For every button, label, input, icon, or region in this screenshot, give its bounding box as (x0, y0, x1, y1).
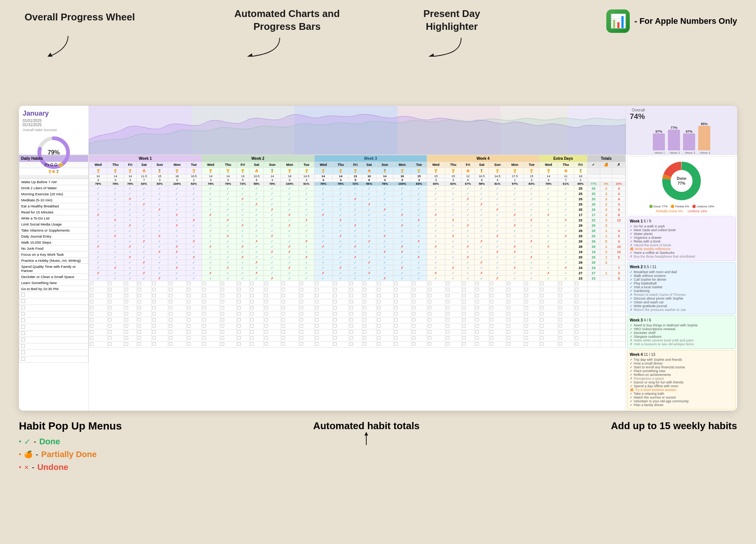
habit-row-15: ✓✓✓✗✓✓✓✓✓✓✗✓✓✓✓✓✓✗✓✓✓✓✓✓✗✓✓✓✓✓29292 (89, 260, 626, 265)
week1-tasks: Week 1 6 / 9 ✓ Go for a walk in park ✓ M… (627, 216, 736, 261)
habit-9: Take Vitamins or Supplements (19, 227, 88, 233)
wave-svg (89, 106, 626, 155)
left-panel: January 01/01/2025 01/31/2025 Overall Ha… (19, 106, 89, 411)
habit-15: Spend Quality Time with Family or Partne… (19, 264, 88, 274)
bottom-annotations: Habit Pop Up Menus • ✓ - Done • 🍊 - Part… (8, 411, 748, 485)
svg-marker-15 (364, 432, 368, 436)
svg-text:Done: Done (677, 176, 686, 181)
date-end: 01/31/2025 (23, 123, 85, 127)
success-text: Overall Habit Success! (23, 128, 85, 132)
partial-legend-symbol: • (19, 451, 21, 459)
apple-badge: 📊 - For Apple Numbers Only (606, 9, 737, 33)
habit-popups-section: Habit Pop Up Menus • ✓ - Done • 🍊 - Part… (19, 420, 122, 475)
habit-11: Walk 10,000 Steps (19, 240, 88, 246)
week3-tasks: Week 3 4 / 6 ✓ Need to buy things in Wal… (627, 315, 736, 349)
overall-progress-label: Overall Progress Wheel (25, 11, 135, 23)
habit-row-5: ✓✓✓✓✗✓✓✓✓✓✓✗✓✓✓✓✓✓✗✓✓✓✓✓✓✗✓✓✓✓252534 (89, 207, 626, 212)
weekly-habits-label: Add up to 15 weekly habits (611, 420, 737, 432)
automated-totals-label: Automated habit totals (313, 420, 420, 447)
habit-8: Limit Social Media Usage (19, 221, 88, 227)
habit-2: Drink 2 Liters of Water (19, 185, 88, 191)
empty-habit-row (89, 323, 626, 329)
highlighter-label: Present DayHighlighter (423, 8, 480, 33)
overall-pct: 74% (630, 112, 645, 121)
habit-row-16: ✓✗✓✓✓✗✓✓✗✓✓✓✗✓✓✗✓✓✓✗✓✓✗✓✓✓✗✓✓✗24247 (89, 265, 626, 270)
svg-text:77%: 77% (678, 181, 685, 185)
week3-header: Week 3 (314, 155, 427, 162)
habit-popups-title: Habit Pop Up Menus (19, 420, 122, 432)
undone-legend-symbol: • (19, 464, 21, 471)
empty-habit-row (89, 317, 626, 323)
habit-12: No Junk Food (19, 246, 88, 252)
month-title: January (23, 110, 85, 117)
empty-habit-row (89, 311, 626, 317)
apple-icon: 📊 (606, 9, 630, 33)
habit-3: Morning Exercise (20 min) (19, 191, 88, 197)
habit-row-8: ✓✓✗✓✓✗✓✓✓✗✓✓✗✓✓✓✗✓✓✗✓✓✓✗✓✓✗✓✓✓29292 (89, 223, 626, 228)
habit-13: Focus on a Key Work Task (19, 252, 88, 258)
undone-legend-label: Undone (37, 462, 68, 472)
sheet-wrapper: January 01/01/2025 01/31/2025 Overall Ha… (19, 106, 737, 411)
week2-header: Week 2 (201, 155, 314, 162)
habit-14: Practice a Hobby (Music, Art, Writing) (19, 258, 88, 264)
week1-header: Week 1 (89, 155, 202, 162)
empty-habit-row (89, 342, 626, 348)
habit-data-table: Week 1 Week 2 Week 3 Week 4 Extra Days T… (89, 155, 626, 348)
habit-row-6: ✗✓✓✓✓✗✓✗✓✓✓✓✗✓✗✓✓✓✓✗✓✗✓✓✓✓✗✓✗✓171728 (89, 212, 626, 218)
empty-habit-row (89, 281, 626, 287)
habit-5: Eat a Healthy Breakfast (19, 203, 88, 209)
main-content: Week 1 Week 2 Week 3 Week 4 Extra Days T… (89, 106, 626, 411)
habit-row-17: ✗✓✓✗✓✓✓✗✓✓✗✓✓✓✗✓✓✗✓✓✓✗✓✓✗✓✓✓✗✓272713 (89, 270, 626, 276)
week4-tasks: Week 4 11 / 13 ✓ Trip day with Sophie an… (627, 350, 736, 410)
totals-header: Totals (587, 155, 625, 162)
extra-header: Extra Days (539, 155, 587, 162)
apple-text: - For Apple Numbers Only (634, 16, 737, 26)
habit-row-11: ✓✓✓✗✓✓✗✓✓✓✗✓✓✗✓✓✓✗✓✓✗✓✓✓✗✓✓✗✓✓262654 (89, 239, 626, 244)
empty-habit-row (89, 299, 626, 305)
habit-row-3: ✓✓✗✓✓✓✓✓✓✗✓✓✓✓✓✓✗✓✓✓✓✓✓✗✓✓✓✓✓✓252534 (89, 196, 626, 202)
empty-habit-row (89, 287, 626, 293)
habit-10: Daily Journal Entry (19, 233, 88, 240)
habit-1: Wake Up Before 7 AM (19, 179, 88, 185)
habit-row-9: ✓✓✓✓✓✓✓✓✓✓✓✓✓✓✓✓✓✓✓✓✓✓✓✓✓✓✓✓✓✓262614 (89, 228, 626, 233)
habit-17: Learn Something New (19, 280, 88, 286)
habit-row-1: ✓✓✓✓✓✓✓✓✓✓✓✓✓✓✓✓✓✓✓✓✓✓✓✓✓✓✓✓✓✓252524 (89, 186, 626, 191)
donut-chart-svg: Done 77% (659, 158, 704, 204)
charts-bars-label: Automated Charts andProgress Bars (234, 8, 340, 33)
week4-header: Week 4 (427, 155, 539, 162)
empty-habit-row (89, 293, 626, 299)
done-legend-label: Done (39, 437, 60, 447)
right-panel: Overall 74% 67% - Week 1 77% - Week 2 (626, 106, 737, 411)
wave-chart-area (89, 106, 626, 155)
page-container: Overall Progress Wheel Automated Charts … (0, 0, 756, 544)
empty-habit-row (89, 335, 626, 342)
date-start: 01/01/2025 (23, 119, 85, 123)
week2-tasks: Week 2 8.5 / 11 ✓ Breakfast with mom and… (627, 262, 736, 314)
habit-4: Meditate (5-10 min) (19, 197, 88, 203)
habit-row-13: ✓✓✓✓✗✗✓✓✓✓✓✗✗✓✓✓✓✓✗✗✓✓✓✓✓✗✗✓✓✓1919210 (89, 249, 626, 255)
habit-row-12: ✗✓✗✓✓✗✓✗✓✗✓✓✗✓✗✓✗✓✓✗✓✗✓✗✓✓✗✓✗✓2828110 (89, 244, 626, 249)
habit-row-4: ✓✓✓✗✓✓✓✓✓✓✗✓✓✓✓✓✓✗✓✓✓✓✓✓✗✓✓✓✓✓252524 (89, 202, 626, 207)
habit-16: Declutter or Clean a Small Space (19, 274, 88, 280)
svg-text:79%: 79% (48, 149, 60, 156)
empty-habit-row (89, 329, 626, 335)
habit-row-2: ✓✓✓✓✓✓✓✓✓✓✓✓✓✓✓✓✓✓✓✓✓✓✓✓✓✓✓✓✓✓252524 (89, 191, 626, 196)
habit-7: Write a To-Do List (19, 215, 88, 221)
empty-habit-row (89, 305, 626, 311)
done-legend-symbol: • (19, 438, 21, 446)
habit-6: Read for 15 Minutes (19, 209, 88, 215)
donut-section: Done 77% 🟢 Done 77% 🟠 Partial 4% 🔴 Undon… (627, 156, 736, 215)
habit-row-18: ✓✓✓✓✗✓✓✓✓✓✓✗✓✓✓✓✓✓✗✓✓✓✓✓✓✗✓✓✓✓23238 (89, 276, 626, 281)
habit-row-7: ✓✗✓✓✓✓✗✓✗✓✓✓✓✗✓✗✓✓✓✓✗✓✗✓✓✓✓✗✓✗2222312 (89, 218, 626, 223)
right-chart-top: Overall 74% 67% - Week 1 77% - Week 2 (626, 106, 737, 155)
habit-row-10: ✓✗✓✓✗✓✓✓✗✓✓✗✓✓✓✗✓✓✗✓✓✓✗✓✓✗✓✓✓✗252515 (89, 233, 626, 239)
overall-label: Overall (630, 108, 645, 112)
habit-18: Go to Bed by 10:30 PM (19, 286, 88, 292)
partial-legend-label: Partially Done (41, 450, 97, 459)
habit-row-14: ✓✓✗✓✓✓✗✓✓✗✓✓✓✗✓✓✗✓✓✓✗✓✓✗✓✓✓✗✓✓252515 (89, 255, 626, 260)
